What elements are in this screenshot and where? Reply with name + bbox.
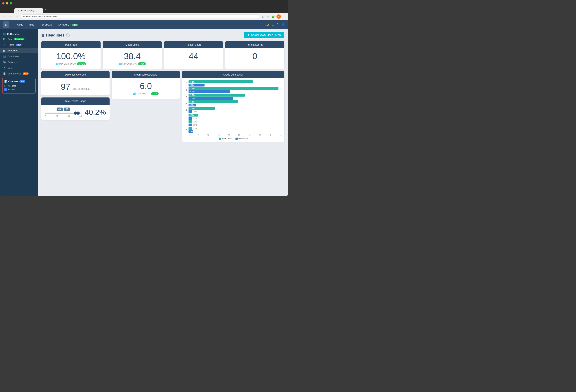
grade-label: 4: [185, 102, 187, 105]
grade-row: 424.1%3.6%: [185, 100, 282, 107]
filters-icon: ≡: [3, 43, 6, 46]
grade-distribution-card: Grade Distribution 731.1%7.7%643.5%20.2%…: [182, 71, 284, 142]
range-label-1: 40: [57, 108, 63, 111]
sidebar-item-subjects[interactable]: 📚 Subjects: [0, 59, 38, 65]
nav-right-icons: 🌙 ⊞ ? 👤: [265, 23, 285, 27]
grade-bars: 24.1%3.6%: [189, 100, 282, 107]
headlines-icon: ▦: [3, 49, 6, 52]
axis-45: 45: [80, 115, 82, 117]
help-icon[interactable]: ?: [277, 23, 279, 26]
account-icon[interactable]: 👤: [282, 23, 285, 27]
help-tooltip-button[interactable]: ?: [66, 33, 70, 37]
grade-axis: 051015202530354045: [189, 134, 282, 136]
nav-timer[interactable]: TIMER: [26, 22, 39, 27]
sidebar-item-data[interactable]: ⊞ Data Improved: [0, 36, 38, 42]
new-tab-button[interactable]: +: [45, 8, 46, 11]
download-headlines-button[interactable]: ⬇ DOWNLOAD HEADLINES: [244, 32, 284, 38]
theme-toggle-icon[interactable]: 🌙: [265, 23, 269, 27]
grade-label: 1: [185, 122, 187, 125]
legend-school: Your School: [219, 138, 232, 140]
grade-label: 3: [185, 109, 187, 111]
vs-world-checkbox[interactable]: ✓: [4, 88, 7, 91]
perfect-scores-header: Perfect Scores: [225, 41, 284, 48]
sidebar-item-filters[interactable]: ≡ Filters New: [0, 42, 38, 48]
core-icon: ✦: [3, 66, 6, 69]
sidebar-item-components[interactable]: 📋 Components Beta: [0, 71, 38, 76]
grade-row: 731.1%7.7%: [185, 80, 282, 86]
checkmark-icon: ✓: [5, 89, 6, 91]
compare-vs-past[interactable]: vs. past: [4, 84, 33, 88]
axis-40: 40: [68, 115, 70, 117]
nav-analyser[interactable]: ANALYSERNew: [56, 22, 80, 27]
logo-icon: ⊞: [5, 23, 7, 27]
user-avatar[interactable]: F: [277, 14, 281, 19]
page-title: ▦ Headlines ?: [41, 33, 70, 38]
menu-icon[interactable]: ⋮: [282, 14, 286, 19]
grade-dist-header: Grade Distribution: [182, 71, 284, 78]
compare-vs-world[interactable]: ✓ vs. World: [4, 88, 33, 91]
sidebar-item-headlines[interactable]: ▦ Headlines: [0, 48, 38, 54]
tab-close-button[interactable]: ×: [35, 9, 36, 12]
globe-icon: 🌐: [56, 63, 59, 65]
stats-row: Pass Rate 100.0% 🌐 May 2024: 80.1% +19.9…: [41, 41, 284, 69]
highest-score-body: 44: [164, 48, 223, 64]
app-container: ⊞ HOME TIMER DISPLAY ANALYSERNew 🌙 ⊞ ? 👤: [0, 20, 288, 196]
download-icon: ⬇: [248, 34, 250, 36]
active-tab[interactable]: 🖥 Exam Display ×: [14, 8, 43, 13]
sidebar-item-core[interactable]: ✦ Core: [0, 65, 38, 71]
back-button[interactable]: ←: [2, 14, 7, 19]
grade-axis-row: 051015202530354045: [185, 134, 282, 136]
blue-dot: [235, 138, 238, 140]
diplomas-value: 97: [61, 82, 70, 91]
grade-row: N0.1%2.3%: [185, 127, 282, 133]
grade-legend: Your School Worldwide: [185, 138, 282, 140]
bottom-section: Diplomas Awarded 97 Inc. 16 bilingual To…: [41, 71, 284, 142]
grade-bars: 43.5%20.2%: [189, 87, 282, 93]
sidebar-item-candidates[interactable]: 👥 Candidates: [0, 54, 38, 59]
left-col: Diplomas Awarded 97 Inc. 16 bilingual To…: [41, 71, 110, 142]
range-label-2: 45: [64, 108, 70, 111]
compare-box: 📊 Compare New vs. past ✓ vs. World: [2, 78, 36, 93]
range-labels: 40 45: [45, 108, 82, 111]
headlines-page-icon: ▦: [41, 33, 44, 37]
url-text: localhost:3003/analyser/ib/headlines: [23, 15, 58, 18]
pass-rate-sub: 🌐 May 2024: 80.1% +19.9%: [45, 62, 97, 65]
cast-icon[interactable]: ⊡: [261, 14, 265, 19]
nav-links: HOME TIMER DISPLAY ANALYSERNew: [13, 22, 80, 27]
range-track[interactable]: [45, 112, 82, 114]
grade-dist-body: 731.1%7.7%643.5%20.2%527.2%21.5%424.1%3.…: [182, 78, 284, 142]
candidates-icon: 👥: [3, 55, 6, 58]
close-button[interactable]: [2, 2, 4, 4]
address-bar[interactable]: localhost:3003/analyser/ib/headlines: [20, 14, 260, 19]
browser-window: 🖥 Exam Display × + ← → ↻ localhost:3003/…: [0, 0, 288, 196]
perfect-scores-value: 0: [229, 52, 281, 61]
globe-icon-subject: 🌐: [133, 92, 136, 95]
grade-label: N: [185, 129, 187, 131]
mean-score-value: 38.4: [106, 52, 158, 61]
grid-icon[interactable]: ⊞: [272, 23, 274, 27]
nav-display[interactable]: DISPLAY: [40, 22, 55, 27]
nav-home[interactable]: HOME: [13, 22, 25, 27]
compare-title: 📊 Compare New: [4, 80, 33, 83]
mean-score-sub: 🌐 May 2024: 30.3 +8.10: [106, 62, 158, 65]
range-axis: 0 24 40 45: [45, 115, 82, 117]
mean-subject-body: 6.0 🌐 May 2024: 4.7 +1.30: [112, 78, 180, 99]
mean-score-body: 38.4 🌐 May 2024: 30.3 +8.10: [103, 48, 162, 69]
extension-icon[interactable]: 🧩: [271, 14, 275, 19]
vs-past-checkbox[interactable]: [4, 85, 7, 87]
pass-rate-card: Pass Rate 100.0% 🌐 May 2024: 80.1% +19.9…: [41, 41, 101, 69]
legend-world: Worldwide: [235, 138, 248, 140]
forward-button[interactable]: →: [8, 14, 13, 19]
range-card: Total Points Range 40 45: [41, 97, 110, 120]
highest-score-header: Highest Score: [164, 41, 223, 48]
grade-row: 643.5%20.2%: [185, 87, 282, 93]
maximize-button[interactable]: [10, 2, 12, 4]
grade-chart: 731.1%7.7%643.5%20.2%527.2%21.5%424.1%3.…: [185, 80, 282, 133]
refresh-button[interactable]: ↻: [14, 14, 19, 19]
minimize-button[interactable]: [6, 2, 8, 4]
range-body: 40 45: [41, 105, 110, 120]
axis-0: 0: [45, 115, 46, 117]
bookmark-icon[interactable]: ☆: [266, 14, 270, 19]
toolbar-icons: ⊡ ☆ 🧩 F ⋮: [261, 14, 286, 19]
range-handle-right[interactable]: [76, 112, 80, 115]
